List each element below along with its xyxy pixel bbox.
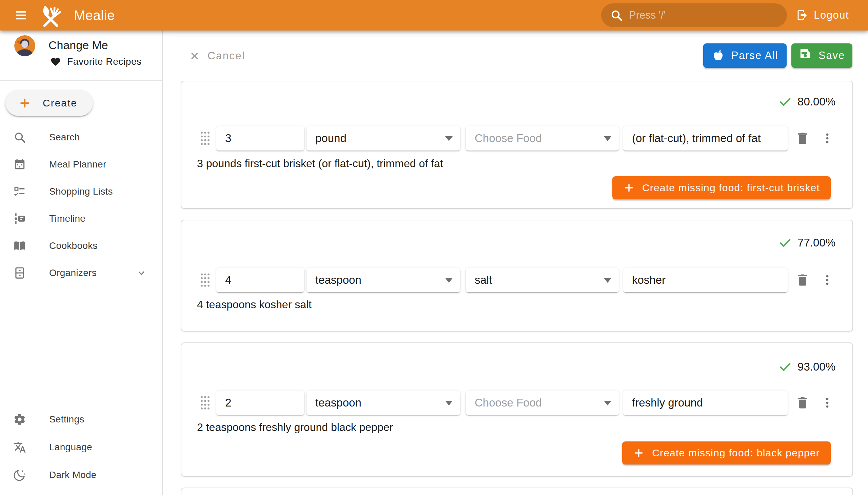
unit-value: pound	[315, 132, 346, 145]
sidebar: Change Me Favorite Recipes Create Search…	[0, 31, 163, 495]
dropdown-icon	[445, 401, 453, 406]
mealie-app: Mealie Logout Cha	[0, 0, 868, 495]
delete-button[interactable]	[793, 393, 813, 413]
kebab-icon	[821, 396, 834, 409]
trash-icon	[795, 395, 810, 410]
create-missing-food-button[interactable]: Create missing food: black pepper	[622, 441, 831, 464]
sidebar-item-timeline[interactable]: Timeline	[0, 205, 162, 232]
parse-all-button[interactable]: Parse All	[703, 44, 787, 68]
logout-label: Logout	[814, 9, 849, 21]
drag-handle-icon[interactable]	[200, 130, 211, 147]
note-input[interactable]	[632, 274, 779, 287]
close-icon	[189, 51, 200, 62]
create-button[interactable]: Create	[5, 90, 93, 116]
more-options-button[interactable]	[818, 393, 836, 413]
sidebar-item-dark-mode[interactable]: Dark Mode	[0, 461, 162, 489]
trash-icon	[795, 131, 810, 146]
confidence-indicator: 80.00%	[779, 95, 835, 108]
confidence-indicator: 77.00%	[779, 236, 835, 250]
food-select[interactable]: salt	[466, 268, 619, 292]
avatar-image	[14, 35, 35, 56]
food-placeholder: Choose Food	[475, 132, 542, 145]
avatar[interactable]	[14, 35, 35, 56]
ingredient-parser-main: Cancel Parse All Save 80.00% pound	[164, 31, 868, 495]
unit-value: teaspoon	[315, 274, 361, 287]
delete-button[interactable]	[793, 128, 813, 149]
sidebar-divider	[0, 80, 162, 81]
unit-select[interactable]: teaspoon	[307, 268, 460, 292]
cancel-button[interactable]: Cancel	[185, 44, 250, 68]
sidebar-item-meal-planner[interactable]: Meal Planner	[0, 151, 162, 178]
ingredient-card: 93.00% teaspoon Choose Food	[181, 342, 853, 477]
create-missing-food-label: Create missing food: first-cut brisket	[642, 182, 820, 193]
ingredient-card: 80.00% pound Choose Food	[181, 81, 853, 209]
user-name: Change Me	[49, 39, 108, 52]
check-icon	[779, 236, 792, 250]
confidence-value: 80.00%	[798, 95, 835, 108]
sidebar-item-label: Language	[49, 442, 92, 453]
food-placeholder: Choose Food	[475, 396, 542, 409]
dropdown-icon	[604, 278, 611, 283]
sidebar-item-label: Timeline	[49, 213, 85, 224]
top-divider	[174, 37, 852, 37]
sidebar-item-label: Cookbooks	[49, 240, 98, 251]
sidebar-item-cookbooks[interactable]: Cookbooks	[0, 232, 162, 259]
dropdown-icon	[445, 136, 453, 141]
favorite-recipes-link[interactable]: Favorite Recipes	[50, 56, 142, 67]
sidebar-item-language[interactable]: Language	[0, 433, 162, 461]
logout-icon	[796, 9, 808, 21]
plus-icon	[633, 447, 645, 459]
sidebar-item-label: Settings	[49, 414, 84, 425]
save-label: Save	[818, 50, 845, 62]
calendar-icon	[13, 158, 27, 171]
kebab-icon	[821, 132, 834, 145]
apple-icon	[712, 49, 725, 62]
quantity-input[interactable]	[225, 396, 295, 409]
hamburger-icon	[14, 8, 28, 22]
quantity-input[interactable]	[225, 274, 295, 287]
food-value: salt	[475, 274, 492, 287]
mealie-logo-icon	[39, 4, 63, 28]
logout-button[interactable]: Logout	[792, 3, 853, 27]
search-icon	[13, 131, 27, 144]
drag-handle-icon[interactable]	[200, 394, 211, 411]
unit-select[interactable]: pound	[307, 126, 460, 151]
save-button[interactable]: Save	[792, 44, 852, 68]
ingredient-card-partial	[181, 488, 853, 495]
sidebar-nav: Search Meal Planner Shopping Lists Timel…	[0, 124, 162, 287]
food-select[interactable]: Choose Food	[466, 391, 619, 415]
create-missing-food-button[interactable]: Create missing food: first-cut brisket	[612, 176, 831, 199]
sidebar-item-shopping-lists[interactable]: Shopping Lists	[0, 178, 162, 205]
search-input[interactable]	[629, 9, 778, 21]
check-icon	[779, 360, 792, 374]
note-input[interactable]	[632, 132, 779, 145]
plus-icon	[623, 182, 635, 193]
note-input[interactable]	[632, 396, 779, 409]
translate-icon	[13, 440, 27, 454]
unit-value: teaspoon	[315, 396, 361, 409]
drag-handle-icon[interactable]	[200, 272, 211, 289]
create-missing-food-label: Create missing food: black pepper	[652, 447, 820, 459]
more-options-button[interactable]	[818, 270, 836, 290]
sidebar-item-label: Meal Planner	[49, 159, 106, 170]
food-select[interactable]: Choose Food	[466, 126, 619, 151]
sidebar-item-label: Shopping Lists	[49, 186, 113, 197]
sidebar-item-search[interactable]: Search	[0, 124, 162, 151]
original-ingredient-text: 2 teaspoons freshly ground black pepper	[197, 421, 393, 433]
more-options-button[interactable]	[818, 128, 836, 149]
quantity-input[interactable]	[225, 132, 295, 145]
search-icon	[610, 9, 623, 22]
heart-icon	[50, 56, 61, 67]
original-ingredient-text: 4 teaspoons kosher salt	[197, 298, 311, 311]
cancel-label: Cancel	[207, 50, 245, 62]
sidebar-item-organizers[interactable]: Organizers	[0, 259, 162, 287]
menu-button[interactable]	[10, 4, 32, 26]
gear-icon	[13, 413, 27, 426]
delete-button[interactable]	[793, 270, 813, 290]
dropdown-icon	[604, 401, 611, 406]
chevron-down-icon[interactable]	[136, 267, 147, 279]
search-bar[interactable]	[601, 3, 787, 27]
sidebar-item-settings[interactable]: Settings	[0, 406, 162, 433]
unit-select[interactable]: teaspoon	[307, 391, 460, 415]
confidence-indicator: 93.00%	[779, 360, 835, 374]
